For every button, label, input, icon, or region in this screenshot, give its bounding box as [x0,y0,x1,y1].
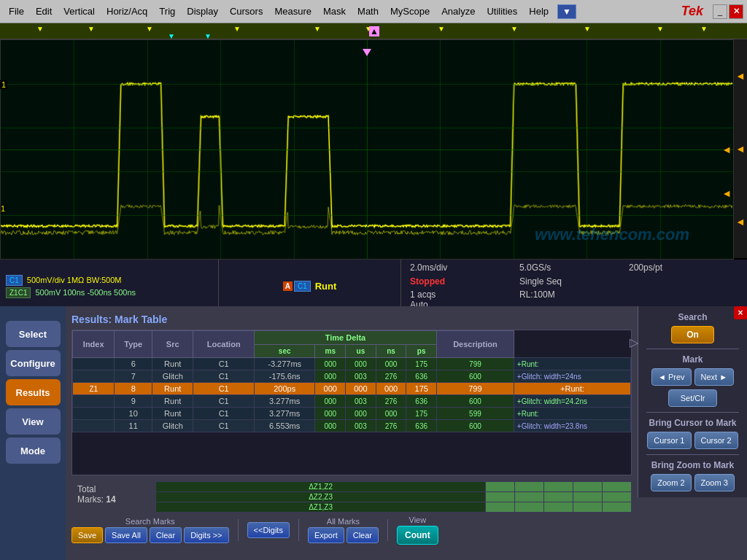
nav-results[interactable]: Results [6,379,61,405]
tek-logo: Tek [673,4,712,19]
delta-z1z2-ns [573,482,603,492]
menu-trig[interactable]: Trig [153,3,181,20]
cursor-buttons: Cursor 1 Cursor 2 [647,432,738,449]
menu-cursors[interactable]: Cursors [224,3,269,20]
cursor2-button[interactable]: Cursor 2 [694,432,738,449]
zoom3-button[interactable]: Zoom 3 [694,474,735,491]
delta-z2z3-ns [573,492,603,502]
cell-us: 276 [376,420,406,432]
trigger-a-badge: A [283,281,293,291]
next-button[interactable]: Next ► [694,368,735,386]
table-row[interactable]: 9RuntC13.277ms000003276636600+Glitch: wi… [73,395,631,408]
digits-left-button[interactable]: <<Digits [247,522,290,538]
cell-location: -3.277ms [254,358,315,370]
export-button[interactable]: Export [308,527,344,543]
prev-button[interactable]: ◄ Prev [651,368,692,386]
scope-area: ▼ ▼ ▼ ▼ ▼ ▼ ▼ ▼ ▼ ▼ ▼ ▲ ▼ ▼ 1 [0,23,747,330]
cell-us: 000 [376,383,406,395]
save-all-button[interactable]: Save All [105,527,147,543]
cursor1-button[interactable]: Cursor 1 [647,432,691,449]
menu-edit[interactable]: Edit [30,3,58,20]
nav-configure[interactable]: Configure [6,350,61,376]
cell-ms: 003 [346,420,376,432]
col-header-index: Index [73,331,115,358]
set-clr-button[interactable]: Set/Clr [668,389,718,407]
cell-ns: 175 [406,383,437,395]
cell-type: Glitch [152,370,193,383]
delta-z2z3-ms [515,492,544,502]
trigger-ch-badge: C1 [294,281,311,292]
cell-desc: +Runt: [514,383,630,395]
cell-ms: 000 [346,408,376,420]
delta-z2z3-us [544,492,573,502]
col-sub-ms: ms [315,345,346,358]
panel-close-button[interactable]: × [734,306,747,319]
clear-all-button[interactable]: Clear [347,527,379,543]
scroll-arrow-bot[interactable]: ◄ [735,217,746,227]
menu-analyze[interactable]: Analyze [436,3,481,20]
cell-sec: 000 [315,383,346,395]
minimize-button[interactable]: _ [713,4,727,19]
scope-scrollbar[interactable]: ◄ ◄ ◄ [734,39,747,258]
cell-desc: +Glitch: width=24.2ns [514,395,630,408]
delta-z1z2-label: ΔZ1,Z2 [156,482,486,492]
table-row[interactable]: Z18RuntC1200ps000000000175799+Runt: [73,383,631,395]
menu-dropdown[interactable]: ▼ [557,4,576,19]
z1-label [73,408,115,420]
menu-math[interactable]: Math [352,3,384,20]
menu-file[interactable]: File [3,3,30,20]
waveform-display: ◄ ◄ 1 www.tehencom.com [0,39,734,260]
z1c1-params: 500mV 100ns -500ns 500ns [35,288,136,297]
count-button[interactable]: Count [397,526,438,545]
nav-mode[interactable]: Mode [6,438,61,464]
results-table[interactable]: Index Type Src Location Time Delta Descr… [71,330,632,475]
clear-search-button[interactable]: Clear [150,527,182,543]
scroll-arrow-top[interactable]: ◄ [735,71,746,81]
cell-type: Glitch [152,420,193,432]
menu-myscope[interactable]: MyScope [384,3,436,20]
search-on-button[interactable]: On [671,326,714,343]
separator-2 [298,519,299,541]
separator-1 [238,519,239,541]
table-row[interactable]: 6RuntC1-3.277ms000000000175799+Runt: [73,358,631,370]
save-button[interactable]: Save [71,527,103,543]
view-label: View [409,516,427,524]
zoom2-button[interactable]: Zoom 2 [651,474,691,491]
nav-select[interactable]: Select [6,321,61,347]
scope-arrow-low: ◄ [721,187,732,199]
mark-section-label: Mark [682,354,703,365]
table-row[interactable]: 7GlitchC1-175.6ns000003276636600+Glitch:… [73,370,631,383]
cell-type: Runt [152,383,193,395]
cell-ns: 636 [406,395,437,408]
cell-index: 7 [115,370,152,383]
table-row[interactable]: 10RuntC13.277ms000000000175599+Runt: [73,408,631,420]
menu-utilities[interactable]: Utilities [481,3,523,20]
cell-src: C1 [193,395,254,408]
cell-ps: 599 [437,408,514,420]
mark-table: Index Type Src Location Time Delta Descr… [72,330,631,432]
digits-right-button[interactable]: Digits >> [184,527,228,543]
right-panel: × ▷ Search On Mark ◄ Prev Next ► Set/Clr… [638,306,747,497]
bottom-buttons: Search Marks Save Save All Clear Digits … [71,513,632,548]
cell-src: C1 [193,383,254,395]
status-left: C1 500mV/div 1MΩ BW:500M Z1C1 500mV 100n… [0,260,219,313]
sample-rate-value: 5.0GS/s [519,262,629,276]
menu-vertical[interactable]: Vertical [58,3,101,20]
nav-view[interactable]: View [6,408,61,435]
menu-horizacq[interactable]: Horiz/Acq [101,3,153,20]
cell-sec: 000 [315,395,346,408]
acq-mode: Single Seq [519,276,629,290]
cell-ps: 799 [437,358,514,370]
table-row[interactable]: 11GlitchC16.553ms000003276636600+Glitch:… [73,420,631,432]
close-window-button[interactable]: ✕ [729,4,743,19]
col-sub-sec: sec [254,345,315,358]
scroll-arrow-mid[interactable]: ◄ [735,144,746,154]
menu-mask[interactable]: Mask [317,3,352,20]
cell-ms: 003 [346,395,376,408]
view-section: View Count [397,516,438,545]
col-header-type: Type [115,331,152,358]
menu-measure[interactable]: Measure [268,3,317,20]
cell-us: 276 [376,395,406,408]
menu-display[interactable]: Display [181,3,224,20]
menu-help[interactable]: Help [523,3,554,20]
